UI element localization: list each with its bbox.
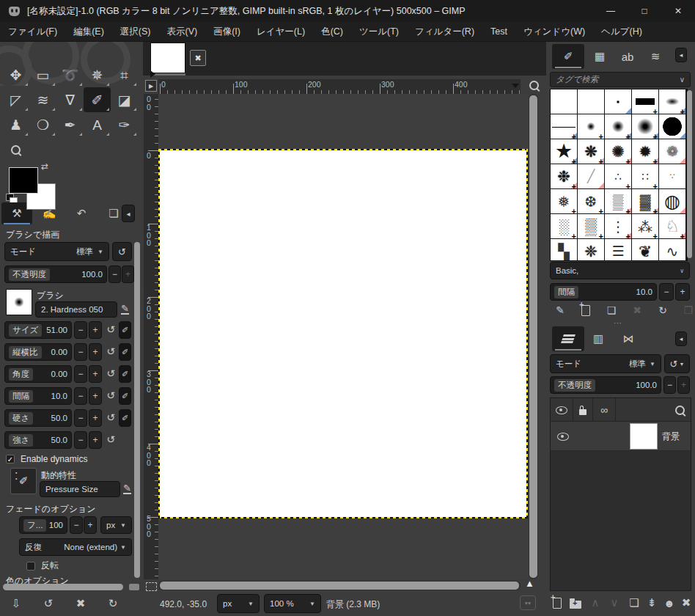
image-tab-thumbnail[interactable]	[150, 43, 185, 73]
open-brush-as-image-button[interactable]: ❐	[680, 302, 695, 318]
minimize-button[interactable]: —	[594, 0, 628, 22]
collapse-dock-button[interactable]: ◂	[122, 205, 135, 222]
paintbrush-tool[interactable]: ✐	[84, 87, 111, 112]
foreground-color-swatch[interactable]	[9, 167, 38, 194]
increase-button[interactable]: +	[89, 365, 102, 383]
spacing-decrease-button[interactable]: −	[659, 283, 674, 301]
clone-tool[interactable]: ♟	[2, 112, 29, 137]
restore-tool-preset-button[interactable]: ↺	[32, 597, 65, 610]
panel-menu-button[interactable]: ◂	[675, 48, 687, 62]
transform-tool[interactable]: ◸	[2, 87, 29, 112]
brush-cell[interactable]	[578, 89, 605, 114]
tab-paths[interactable]: ⋈	[612, 326, 644, 351]
brush-cell[interactable]: +	[551, 114, 578, 139]
fuzzy-select-tool[interactable]: ✵	[84, 62, 111, 87]
duplicate-brush-button[interactable]: ❏	[603, 302, 619, 318]
brush-preview[interactable]	[6, 289, 32, 315]
crop-tool[interactable]: ⌗	[111, 62, 138, 87]
maximize-button[interactable]: □	[628, 0, 661, 22]
reset-icon[interactable]: ↺	[104, 411, 117, 425]
layer-opacity-slider[interactable]: 不透明度 100.0	[550, 376, 661, 394]
link-to-brush-button[interactable]: ✐	[119, 321, 131, 339]
new-brush-button[interactable]	[578, 302, 594, 318]
dynamics-preview[interactable]: ✐	[10, 468, 37, 494]
refresh-brushes-button[interactable]: ↻	[655, 302, 671, 318]
edit-dynamics-icon[interactable]: ✎	[123, 483, 131, 494]
tab-patterns[interactable]: ▦	[587, 44, 612, 69]
brush-cell[interactable]: ❈	[578, 239, 605, 261]
text-tool[interactable]: A	[84, 112, 111, 137]
menu-item[interactable]: ウィンドウ(W)	[515, 22, 593, 41]
navigation-button[interactable]: ▲	[525, 578, 534, 589]
brush-cell[interactable]: ❦	[632, 239, 659, 261]
brush-cell[interactable]: ▚	[551, 239, 578, 261]
brush-cell[interactable]: ❅+	[551, 189, 578, 214]
ruler-corner-button[interactable]: ▶	[145, 80, 157, 92]
option-slider[interactable]: 強さ50.0	[4, 431, 72, 449]
layer-mode-dropdown[interactable]: モード 標準 ▼	[550, 354, 661, 373]
tab-brushes[interactable]: ✐	[552, 44, 584, 69]
brush-cell[interactable]: ∵	[659, 164, 686, 189]
brush-cell[interactable]: ⋮+	[605, 214, 632, 239]
layer-search-cell[interactable]	[668, 398, 691, 422]
edit-brush-button[interactable]: ✎	[552, 302, 568, 318]
brush-cell[interactable]: ▓+	[632, 189, 659, 214]
brush-cell[interactable]	[551, 89, 578, 114]
menu-item[interactable]: ヘルプ(H)	[593, 22, 650, 41]
mode-reset-button[interactable]: ↺	[112, 242, 132, 261]
option-slider[interactable]: 硬さ50.0	[4, 409, 72, 427]
increase-button[interactable]: +	[89, 343, 102, 361]
add-layer-mask-button[interactable]: ☻	[661, 593, 678, 612]
brush-cell[interactable]: +	[632, 89, 659, 114]
option-slider[interactable]: 間隔10.0	[4, 387, 72, 405]
canvas[interactable]	[160, 150, 526, 517]
brush-cell[interactable]: ★+	[551, 139, 578, 164]
bucket-fill-tool[interactable]: ∇	[56, 87, 84, 112]
decrease-button[interactable]: −	[74, 387, 87, 405]
menu-item[interactable]: フィルター(R)	[407, 22, 482, 41]
layer-opacity-decrease-button[interactable]: −	[663, 376, 676, 394]
brush-cell[interactable]: ▒+	[605, 189, 632, 214]
decrease-button[interactable]: −	[74, 365, 87, 383]
brush-cell[interactable]: +	[659, 89, 686, 114]
menu-item[interactable]: 画像(I)	[205, 22, 249, 41]
fade-length-field[interactable]: フ... 100	[19, 516, 67, 534]
swap-colors-icon[interactable]: ⇄	[41, 161, 48, 172]
rectangle-select-tool[interactable]: ▭	[29, 62, 56, 87]
brush-cell[interactable]: ☰	[605, 239, 632, 261]
menu-item[interactable]: ファイル(F)	[0, 22, 65, 41]
option-slider[interactable]: 縦横比0.00	[4, 343, 72, 361]
brush-name-field[interactable]: 2. Hardness 050	[35, 301, 117, 318]
brush-cell[interactable]: ❁	[659, 139, 686, 164]
brush-cell[interactable]: +	[605, 114, 632, 139]
tab-fonts[interactable]: ab	[615, 44, 640, 69]
new-layer-button[interactable]	[548, 593, 566, 612]
undo-history-button[interactable]: ↶	[66, 202, 97, 224]
brush-cell[interactable]: +	[632, 114, 659, 139]
close-image-tab-button[interactable]: ✖	[190, 50, 206, 66]
paint-mode-dropdown[interactable]: モード 標準 ▼	[4, 242, 109, 261]
opacity-slider[interactable]: 不透明度 100.0	[4, 265, 107, 283]
unit-dropdown[interactable]: px ▼	[217, 594, 260, 613]
spacing-increase-button[interactable]: +	[675, 283, 690, 301]
brush-group-dropdown[interactable]: Basic, ∨	[550, 262, 690, 279]
brush-cell[interactable]: ░+	[551, 214, 578, 239]
fade-increase-button[interactable]: +	[84, 516, 97, 534]
tab-channels[interactable]: ▥	[586, 326, 611, 351]
dynamics-name-field[interactable]: Pressure Size	[40, 481, 120, 497]
decrease-button[interactable]: −	[74, 321, 87, 339]
option-slider[interactable]: 角度0.00	[4, 365, 72, 383]
menu-item[interactable]: Test	[482, 22, 515, 41]
delete-layer-button[interactable]: ✖	[677, 593, 695, 612]
brush-cell[interactable]: ◍	[659, 189, 686, 214]
merge-down-button[interactable]: ⇟	[643, 593, 661, 612]
menu-item[interactable]: 編集(E)	[65, 22, 112, 41]
delete-brush-button[interactable]: ✖	[629, 302, 645, 318]
layer-mode-reset-button[interactable]: ↺▼	[664, 354, 690, 373]
decrease-button[interactable]: −	[74, 343, 87, 361]
lower-layer-button[interactable]: ∨	[606, 593, 623, 612]
brush-cell[interactable]: ▒+	[578, 214, 605, 239]
move-tool[interactable]: ✥	[2, 62, 29, 87]
link-to-brush-button[interactable]: ✐	[119, 409, 131, 427]
tab-layers[interactable]	[552, 326, 584, 351]
